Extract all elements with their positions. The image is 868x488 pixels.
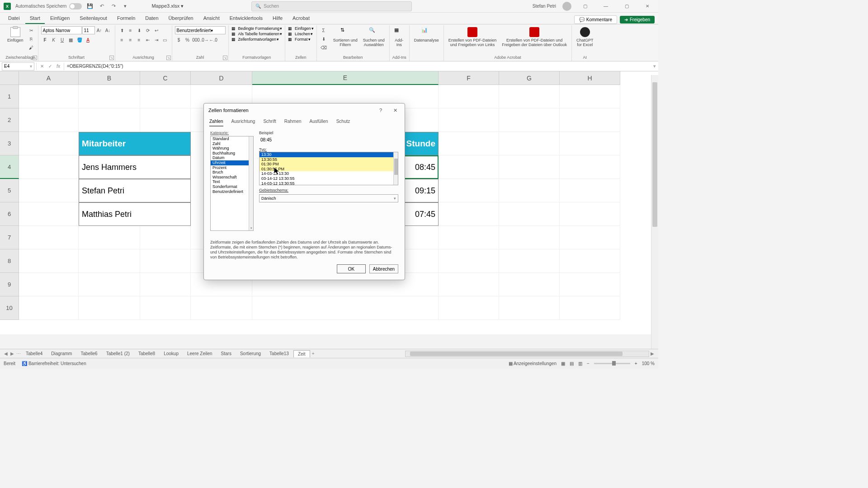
row-header[interactable]: 9 (0, 273, 19, 296)
cell[interactable] (140, 85, 191, 108)
cell[interactable] (191, 108, 252, 132)
cell[interactable] (560, 179, 620, 202)
expand-formula-icon[interactable]: ▾ (651, 63, 658, 69)
fill-color-icon[interactable]: 🪣 (75, 36, 84, 44)
cell[interactable]: 07:45 (252, 202, 439, 226)
copy-icon[interactable]: ⎘ (27, 35, 35, 43)
column-header[interactable]: E (252, 71, 439, 85)
cell[interactable] (439, 273, 499, 296)
cell[interactable] (79, 226, 140, 249)
cell[interactable] (499, 273, 560, 296)
cell[interactable] (499, 85, 560, 108)
indent-inc-icon[interactable]: ⇥ (152, 36, 160, 44)
cell[interactable] (439, 108, 499, 132)
formula-input[interactable]: =OBERGRENZE(D4;"0:15") (64, 64, 651, 69)
ribbon-tab-hilfe[interactable]: Hilfe (268, 13, 287, 24)
sort-filter-button[interactable]: ⇅Sortieren und Filtern (331, 26, 359, 48)
cell[interactable] (560, 202, 620, 226)
cell[interactable] (439, 296, 499, 320)
cell[interactable] (499, 108, 560, 132)
percent-icon[interactable]: % (184, 36, 192, 44)
cell[interactable] (19, 296, 79, 320)
addins-button[interactable]: ▦Add- Ins (392, 26, 406, 48)
cell[interactable] (19, 155, 79, 179)
cell[interactable] (439, 249, 499, 273)
cell[interactable] (252, 85, 439, 108)
cell[interactable] (560, 155, 620, 179)
sheet-tab[interactable]: Tabelle8 (134, 350, 160, 357)
column-header[interactable]: B (79, 71, 140, 85)
cell[interactable]: 08:45 (252, 155, 439, 179)
chatgpt-button[interactable]: ChatGPT for Excel (575, 26, 595, 48)
grid[interactable]: ABCDEFGH 12345678910 Mitarbeiterte viert… (0, 71, 658, 334)
orientation-icon[interactable]: ⟳ (144, 26, 152, 34)
font-size-combo[interactable]: 11 (82, 26, 95, 34)
ribbon-tab-einfügen[interactable]: Einfügen (46, 13, 74, 24)
column-header[interactable]: G (499, 71, 560, 85)
ribbon-tab-daten[interactable]: Daten (141, 13, 163, 24)
indent-dec-icon[interactable]: ⇤ (144, 36, 152, 44)
cell[interactable] (439, 132, 499, 155)
cell[interactable] (140, 249, 191, 273)
cell[interactable] (499, 132, 560, 155)
increase-font-icon[interactable]: A↑ (95, 26, 104, 34)
ribbon-tab-überprüfen[interactable]: Überprüfen (164, 13, 198, 24)
cell[interactable] (499, 249, 560, 273)
format-cells-button[interactable]: ▦Format ▾ (288, 37, 311, 42)
add-sheet-icon[interactable]: + (310, 351, 316, 357)
view-pagebreak-icon[interactable]: ▥ (578, 361, 582, 366)
cell[interactable] (191, 249, 252, 273)
align-right-icon[interactable]: ≡ (135, 36, 143, 44)
row-header[interactable]: 7 (0, 226, 19, 249)
cell[interactable] (560, 296, 620, 320)
cell[interactable] (19, 249, 79, 273)
sheet-tab[interactable]: Diagramm (47, 350, 76, 357)
cell[interactable] (560, 132, 620, 155)
align-launcher-icon[interactable]: ↘ (166, 56, 171, 60)
cell[interactable] (79, 296, 140, 320)
underline-icon[interactable]: U (58, 36, 66, 44)
search-input[interactable]: 🔍 Suchen (251, 1, 412, 11)
data-analysis-button[interactable]: 📊Datenanalyse (412, 26, 441, 43)
cell[interactable] (79, 249, 140, 273)
row-header[interactable]: 4 (0, 155, 19, 179)
cell[interactable] (19, 85, 79, 108)
clipboard-launcher-icon[interactable]: ↘ (33, 56, 37, 60)
cell-styles-button[interactable]: ▦Zellenformatvorlagen ▾ (231, 37, 279, 42)
enter-formula-icon[interactable]: ✓ (47, 63, 54, 70)
number-format-combo[interactable]: Benutzerdefiniert ▾ (175, 26, 226, 34)
cell[interactable] (252, 226, 439, 249)
save-icon[interactable]: 💾 (86, 3, 94, 10)
column-header[interactable]: H (560, 71, 620, 85)
cell[interactable]: Stefan Petri (79, 179, 191, 202)
italic-icon[interactable]: K (50, 36, 58, 44)
horizontal-scrollbar[interactable] (405, 351, 649, 357)
ribbon-display-icon[interactable]: ▢ (578, 2, 592, 11)
cell[interactable] (79, 273, 140, 296)
document-name[interactable]: Mappe3.xlsx ▾ (151, 3, 184, 9)
sheet-tab[interactable]: Lookup (160, 350, 183, 357)
sheet-tab[interactable]: Sortierung (236, 350, 265, 357)
insert-cells-button[interactable]: ▦Einfügen ▾ (288, 26, 314, 31)
find-select-button[interactable]: 🔍Suchen und Auswählen (361, 26, 387, 48)
wrap-text-icon[interactable]: ↩ (152, 26, 160, 34)
align-bottom-icon[interactable]: ⬇ (135, 26, 143, 34)
zoom-slider[interactable] (594, 363, 630, 364)
cell[interactable] (191, 273, 252, 296)
view-layout-icon[interactable]: ▤ (570, 361, 574, 366)
cell[interactable] (439, 179, 499, 202)
cell[interactable] (499, 155, 560, 179)
cell[interactable] (191, 296, 252, 320)
row-header[interactable]: 5 (0, 179, 19, 202)
ribbon-tab-seitenlayout[interactable]: Seitenlayout (75, 13, 112, 24)
cut-icon[interactable]: ✂ (27, 26, 35, 34)
zoom-value[interactable]: 100 % (642, 361, 655, 366)
cell[interactable] (19, 179, 79, 202)
sheet-tab[interactable]: Zeit (293, 350, 310, 357)
zoom-in-icon[interactable]: + (635, 361, 637, 366)
cell[interactable] (439, 85, 499, 108)
user-name[interactable]: Stefan Petri (533, 4, 556, 9)
row-header[interactable]: 10 (0, 296, 19, 320)
cell[interactable] (19, 132, 79, 155)
sheet-tab[interactable]: Leere Zeilen (183, 350, 217, 357)
